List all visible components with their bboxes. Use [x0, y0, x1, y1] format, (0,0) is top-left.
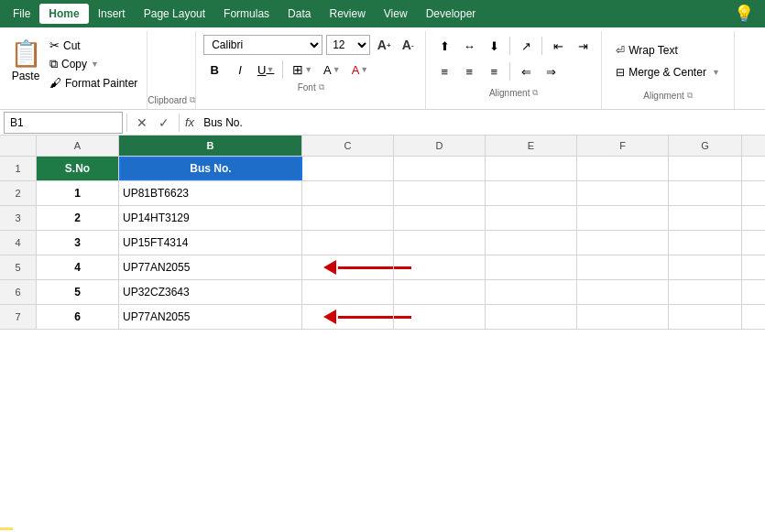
menu-page-layout[interactable]: Page Layout — [135, 4, 214, 24]
rtl-button[interactable]: ⇐ — [515, 60, 537, 82]
font-size-select[interactable]: 12 — [326, 35, 370, 55]
bold-button[interactable]: B — [203, 59, 225, 81]
row-col-selector[interactable] — [0, 136, 37, 156]
confirm-formula-button[interactable]: ✓ — [155, 114, 173, 132]
merge-center-dropdown[interactable]: ▼ — [712, 68, 720, 77]
wrap-merge-expand-icon[interactable]: ⧉ — [687, 91, 693, 101]
cell-c6[interactable] — [302, 280, 394, 304]
font-expand-icon[interactable]: ⧉ — [319, 82, 324, 92]
cell-b3[interactable]: UP14HT3129 — [119, 206, 302, 230]
cell-g6[interactable] — [669, 280, 742, 304]
menu-view[interactable]: View — [375, 4, 417, 24]
cut-button[interactable]: ✂ Cut — [46, 37, 141, 54]
cell-c4[interactable] — [302, 231, 394, 255]
cell-d6[interactable] — [394, 280, 486, 304]
row-num-6[interactable]: 6 — [0, 280, 37, 304]
indent-increase-button[interactable]: ⇥ — [572, 35, 594, 57]
cell-a7[interactable]: 6 — [37, 305, 119, 329]
cell-d3[interactable] — [394, 206, 486, 230]
cell-a1[interactable]: S.No — [37, 157, 119, 180]
align-right-button[interactable]: ≡ — [483, 60, 505, 82]
cell-c5[interactable] — [302, 255, 394, 279]
name-box[interactable] — [4, 112, 123, 134]
cell-g2[interactable] — [669, 181, 742, 205]
text-angle-button[interactable]: ↗ — [515, 35, 537, 57]
cell-e7[interactable] — [486, 305, 577, 329]
copy-dropdown-icon[interactable]: ▼ — [91, 60, 99, 69]
cell-g1[interactable] — [669, 157, 742, 180]
cell-e2[interactable] — [486, 181, 577, 205]
ltr-button[interactable]: ⇒ — [540, 60, 562, 82]
indent-decrease-button[interactable]: ⇤ — [547, 35, 569, 57]
cell-b4[interactable]: UP15FT4314 — [119, 231, 302, 255]
cell-e5[interactable] — [486, 255, 577, 279]
font-family-select[interactable]: Calibri — [203, 35, 322, 55]
cell-c2[interactable] — [302, 181, 394, 205]
cell-f7[interactable] — [577, 305, 669, 329]
cell-d5[interactable] — [394, 255, 486, 279]
col-header-b[interactable]: B — [119, 136, 302, 156]
col-header-e[interactable]: E — [486, 136, 577, 156]
cell-b6[interactable]: UP32CZ3643 — [119, 280, 302, 304]
alignment-expand-icon[interactable]: ⧉ — [532, 88, 538, 98]
row-num-1[interactable]: 1 — [0, 157, 37, 180]
col-header-c[interactable]: C — [302, 136, 394, 156]
cell-a4[interactable]: 3 — [37, 231, 119, 255]
align-top-button[interactable]: ⬆ — [433, 35, 455, 57]
cell-e1[interactable] — [486, 157, 577, 180]
cell-g3[interactable] — [669, 206, 742, 230]
fill-color-button[interactable]: A ▼ — [320, 60, 344, 80]
align-middle-button[interactable]: ↔ — [458, 35, 480, 57]
cell-d7[interactable] — [394, 305, 486, 329]
paste-button[interactable]: 📋 Paste — [5, 35, 46, 84]
font-color-dropdown[interactable]: ▼ — [360, 65, 368, 74]
font-color-button[interactable]: A ▼ — [348, 60, 373, 80]
cell-d2[interactable] — [394, 181, 486, 205]
cell-e6[interactable] — [486, 280, 577, 304]
borders-dropdown[interactable]: ▼ — [304, 65, 312, 74]
cell-f2[interactable] — [577, 181, 669, 205]
align-left-button[interactable]: ≡ — [433, 60, 455, 82]
menu-home[interactable]: Home — [39, 4, 88, 24]
cell-f3[interactable] — [577, 206, 669, 230]
col-header-f[interactable]: F — [577, 136, 669, 156]
row-num-3[interactable]: 3 — [0, 206, 37, 230]
cell-f5[interactable] — [577, 255, 669, 279]
cell-a2[interactable]: 1 — [37, 181, 119, 205]
italic-button[interactable]: I — [229, 59, 251, 81]
cell-d1[interactable] — [394, 157, 486, 180]
menu-file[interactable]: File — [4, 4, 39, 24]
cell-b5[interactable]: UP77AN2055 — [119, 255, 302, 279]
cell-g7[interactable] — [669, 305, 742, 329]
cell-d4[interactable] — [394, 231, 486, 255]
row-num-7[interactable]: 7 — [0, 305, 37, 329]
clipboard-expand-icon[interactable]: ⧉ — [190, 95, 195, 105]
formula-input[interactable] — [200, 116, 765, 129]
row-num-5[interactable]: 5 — [0, 255, 37, 279]
cell-c3[interactable] — [302, 206, 394, 230]
cell-e3[interactable] — [486, 206, 577, 230]
borders-button[interactable]: ⊞ ▼ — [289, 60, 316, 80]
cell-f4[interactable] — [577, 231, 669, 255]
format-painter-button[interactable]: 🖌 Format Painter — [46, 74, 141, 92]
underline-dropdown-icon[interactable]: ▼ — [266, 65, 274, 74]
menu-review[interactable]: Review — [320, 4, 374, 24]
col-header-g[interactable]: G — [669, 136, 742, 156]
cell-g5[interactable] — [669, 255, 742, 279]
cell-b2[interactable]: UP81BT6623 — [119, 181, 302, 205]
underline-button[interactable]: U ▼ — [255, 59, 277, 81]
copy-button[interactable]: ⧉ Copy ▼ — [46, 55, 141, 73]
fill-dropdown[interactable]: ▼ — [333, 65, 341, 74]
menu-formulas[interactable]: Formulas — [214, 4, 279, 24]
cell-f1[interactable] — [577, 157, 669, 180]
cell-e4[interactable] — [486, 231, 577, 255]
cell-a5[interactable]: 4 — [37, 255, 119, 279]
cell-b1[interactable]: Bus No. — [119, 157, 302, 180]
merge-center-button[interactable]: ⊟ Merge & Center ▼ — [609, 63, 727, 81]
col-header-a[interactable]: A — [37, 136, 119, 156]
cell-b7[interactable]: UP77AN2055 — [119, 305, 302, 329]
cell-f6[interactable] — [577, 280, 669, 304]
menu-insert[interactable]: Insert — [89, 4, 135, 24]
row-num-4[interactable]: 4 — [0, 231, 37, 255]
cell-c7[interactable] — [302, 305, 394, 329]
